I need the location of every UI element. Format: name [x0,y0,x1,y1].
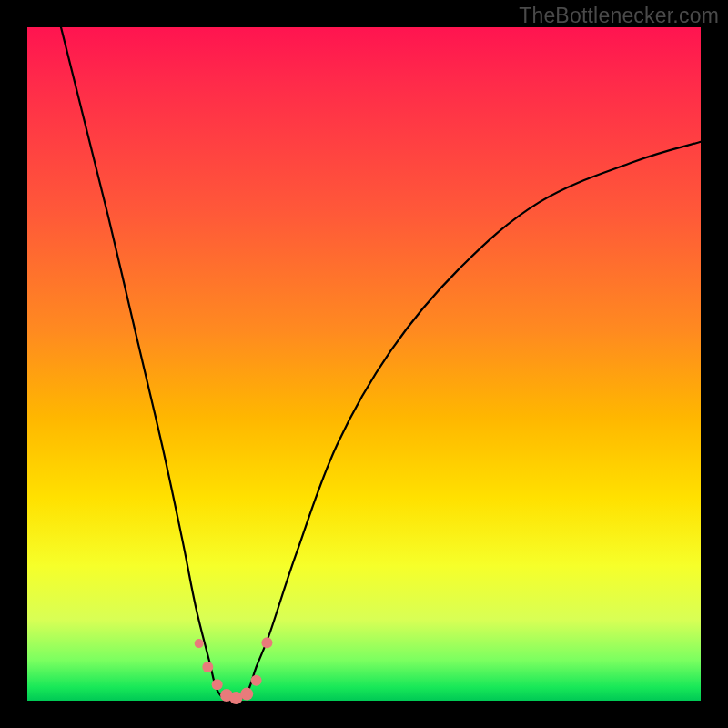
chart-frame: TheBottlenecker.com [0,0,728,728]
valley-marker [251,675,262,686]
valley-marker [240,688,253,701]
valley-marker [195,639,204,648]
valley-marker [202,662,213,672]
valley-marker [212,679,223,690]
bottleneck-curve [61,27,701,701]
curve-layer [27,27,701,701]
watermark-text: TheBottlenecker.com [519,4,719,28]
plot-area [27,27,701,701]
valley-marker [261,637,272,648]
